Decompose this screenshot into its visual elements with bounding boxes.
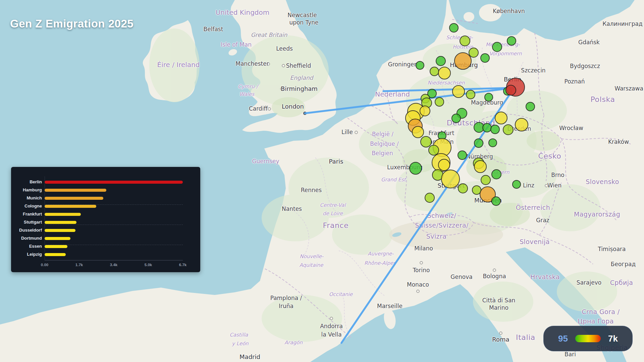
chart-x-tick: 0.00 [41,263,48,267]
chart-bar[interactable] [45,181,183,184]
chart-category-label: Stuttgart [11,220,42,225]
chart-category-label: Dusseldorf [11,228,42,233]
page-title: Gen Z Emigration 2025 [10,17,133,30]
city-bubble[interactable] [474,161,486,173]
city-bubble[interactable] [429,145,439,155]
city-bubble[interactable] [492,170,501,179]
bar-chart-panel: BerlinHamburgMunichCologneFrankfurtStutt… [11,167,200,272]
chart-bar[interactable] [45,221,76,224]
city-bubble[interactable] [466,90,475,99]
chart-x-tick: 3.4k [110,263,117,267]
chart-x-tick: 6.7k [179,263,186,267]
chart-bar[interactable] [45,197,103,200]
city-bubble[interactable] [472,186,481,194]
city-bubble[interactable] [458,151,467,160]
map-app: United KingdomNewcastleupon TyneBelfastG… [0,0,644,362]
city-bubble[interactable] [485,93,493,101]
chart-bar[interactable] [45,229,75,232]
city-bubble[interactable] [483,123,491,132]
legend-min-value: 95 [558,334,568,344]
city-bubble[interactable] [410,162,422,174]
chart-x-tick: 1.7k [75,263,83,267]
city-bubble[interactable] [513,180,521,188]
city-bubble[interactable] [430,67,439,76]
chart-bar[interactable] [45,245,67,248]
city-bubble[interactable] [454,53,471,69]
city-bubble[interactable] [506,85,516,95]
city-bubble[interactable] [449,23,458,32]
chart-category-label: Leipzig [11,252,42,257]
city-bubble[interactable] [481,175,490,185]
city-bubble[interactable] [491,125,499,134]
chart-category-label: Berlin [11,179,42,184]
city-bubble[interactable] [458,184,468,193]
color-legend: 95 7k [543,326,633,351]
city-bubble[interactable] [416,61,424,69]
city-bubble[interactable] [425,193,434,202]
city-bubble[interactable] [526,102,535,111]
city-bubble[interactable] [452,85,465,98]
chart-bar[interactable] [45,237,70,240]
chart-bar[interactable] [45,189,106,192]
chart-category-label: Hamburg [11,187,42,192]
chart-category-label: Cologne [11,203,42,208]
city-bubble[interactable] [481,54,489,62]
city-bubble[interactable] [436,56,445,66]
city-bubble[interactable] [460,36,470,46]
city-bubble[interactable] [469,48,478,57]
chart-x-tick: 5.0k [145,263,152,267]
chart-category-label: Munich [11,195,42,200]
chart-category-label: Frankfurt [11,212,42,217]
legend-max-value: 7k [608,334,618,344]
chart-category-label: Essen [11,244,42,249]
city-bubble[interactable] [420,106,430,116]
city-bubble[interactable] [438,67,450,79]
city-bubble[interactable] [438,159,450,171]
city-bubble[interactable] [489,139,497,147]
city-bubble[interactable] [495,112,507,124]
chart-bar[interactable] [45,213,81,216]
legend-gradient-bar [575,335,601,342]
city-bubble[interactable] [503,125,513,135]
city-bubble[interactable] [441,170,460,188]
chart-bar[interactable] [45,253,66,256]
city-bubble[interactable] [421,136,431,147]
city-bubble[interactable] [474,139,483,147]
city-bubble[interactable] [515,118,528,131]
city-bubble[interactable] [435,98,444,106]
city-bubble[interactable] [492,197,500,205]
city-bubble[interactable] [492,42,502,52]
chart-category-label: Dortmund [11,236,42,241]
city-bubble[interactable] [507,37,516,45]
city-bubble[interactable] [412,126,424,138]
bar-chart-plot: BerlinHamburgMunichCologneFrankfurtStutt… [11,167,200,272]
chart-x-axis-line [45,260,183,260]
chart-gridline [45,225,183,225]
chart-bar[interactable] [45,205,96,208]
city-bubble[interactable] [452,114,461,123]
